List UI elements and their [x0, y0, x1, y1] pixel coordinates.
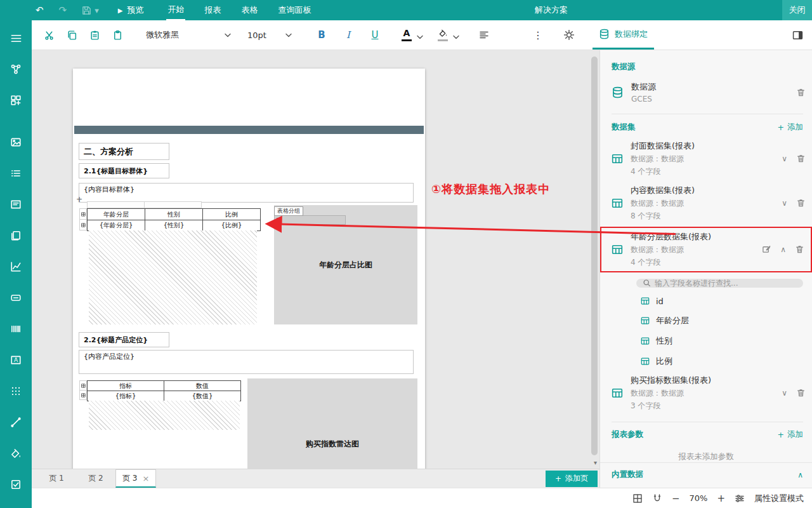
table-header-cell[interactable]: 指标 — [88, 381, 164, 391]
scroll-down-icon[interactable]: ▾ — [594, 459, 597, 466]
italic-button[interactable]: I — [335, 29, 362, 41]
dataset-item-content[interactable]: 内容数据集(报表) 数据源：数据源 8 个字段 ∨ — [600, 185, 812, 222]
field-item-gender[interactable]: 性别 — [600, 335, 812, 347]
paste-icon[interactable] — [85, 25, 104, 44]
table-data-cell[interactable]: {年龄分层} — [88, 220, 145, 231]
table-header-cell[interactable]: 年龄分层 — [88, 209, 145, 220]
cut-icon[interactable] — [39, 25, 58, 44]
field-item-id[interactable]: id — [600, 297, 812, 306]
underline-button[interactable]: U — [362, 29, 388, 41]
content2-cell[interactable]: {内容产品定位} — [79, 350, 414, 374]
image-icon[interactable] — [0, 131, 32, 154]
format-painter-icon[interactable] — [108, 25, 127, 44]
section-title-cell[interactable]: 二、方案分析 — [79, 143, 169, 160]
copy-icon[interactable] — [62, 25, 81, 44]
dataset-item-cover[interactable]: 封面数据集(报表) 数据源：数据源 4 个字段 ∨ — [600, 140, 812, 177]
row-handle-icon[interactable] — [79, 390, 87, 400]
subsection1-title-cell[interactable]: 2.1{标题目标群体} — [79, 163, 169, 178]
menu-icon[interactable] — [0, 27, 32, 50]
age-table[interactable]: 年龄分层 性别 比例 {年龄分层} {性别} {比例} — [87, 208, 261, 231]
indicator-table[interactable]: 指标 数值 {指标} {数值} — [87, 380, 241, 401]
list-icon[interactable] — [0, 162, 32, 185]
shape-fill-icon[interactable] — [0, 442, 32, 465]
chevron-down-icon[interactable]: ∨ — [782, 389, 787, 398]
column-handle[interactable] — [144, 201, 202, 208]
textbox-icon[interactable] — [0, 193, 32, 216]
preview-button[interactable]: ▶ 预览 — [118, 4, 144, 16]
add-parameter-button[interactable]: +添加 — [778, 429, 803, 440]
field-item-ratio[interactable]: 比例 — [600, 356, 812, 367]
chevron-up-icon[interactable]: ∧ — [797, 471, 803, 479]
add-page-button[interactable]: + 添加页 — [546, 471, 598, 487]
menu-tab-start[interactable]: 开始 — [166, 0, 185, 20]
font-size-select[interactable]: 10pt — [242, 25, 297, 44]
zoom-out-button[interactable]: − — [672, 493, 680, 504]
pages-icon[interactable] — [0, 224, 32, 247]
property-mode-icon[interactable] — [735, 493, 745, 504]
more-options-icon[interactable]: ⋮ — [532, 29, 544, 41]
edit-dataset-icon[interactable] — [762, 244, 771, 254]
delete-icon[interactable] — [796, 198, 806, 208]
font-color-button[interactable]: A — [398, 29, 415, 41]
page-tab-2[interactable]: 页 2 — [76, 469, 115, 488]
grid-toggle-icon[interactable] — [632, 493, 643, 504]
table-header-cell[interactable]: 数值 — [164, 381, 241, 391]
subsection2-title-cell[interactable]: 2.2{标题产品定位} — [79, 332, 169, 347]
table-add-icon[interactable]: + — [76, 195, 82, 204]
design-canvas[interactable]: 二、方案分析 2.1{标题目标群体} {内容目标群体} + — [32, 50, 599, 469]
page-tab-3[interactable]: 页 3 × — [115, 469, 156, 488]
delete-icon[interactable] — [796, 154, 806, 163]
data-binding-tab[interactable]: 数据绑定 — [593, 20, 654, 50]
builtin-data-section[interactable]: 内置数据 ∧ — [600, 462, 812, 488]
bold-button[interactable]: B — [308, 29, 335, 41]
row-handle-icon[interactable] — [79, 380, 87, 391]
field-item-age[interactable]: 年龄分层 — [600, 315, 812, 326]
chevron-up-icon[interactable]: ∧ — [780, 245, 786, 254]
chevron-down-icon[interactable]: ∨ — [782, 199, 787, 208]
save-dropdown-caret[interactable]: ▾ — [95, 6, 99, 15]
settings-gear-icon[interactable] — [560, 25, 579, 44]
table-header-cell[interactable]: 比例 — [203, 209, 261, 220]
label-icon[interactable]: A — [0, 349, 32, 371]
matrix-icon[interactable] — [0, 380, 32, 403]
barcode-icon[interactable] — [0, 318, 32, 340]
chart-icon[interactable] — [0, 255, 32, 278]
page-tab-1[interactable]: 页 1 — [37, 469, 76, 488]
dataset-item-purchase[interactable]: 购买指标数据集(报表) 数据源：数据源 3 个字段 ∨ — [600, 375, 812, 411]
vertical-scrollbar-thumb[interactable] — [591, 57, 598, 455]
report-page[interactable]: 二、方案分析 2.1{标题目标群体} {内容目标群体} + — [73, 69, 425, 469]
fill-color-caret[interactable] — [453, 35, 459, 39]
close-tab-icon[interactable]: × — [142, 474, 149, 483]
font-family-select[interactable]: 微软雅黑 — [141, 25, 236, 44]
chevron-down-icon[interactable]: ∨ — [782, 154, 787, 163]
menu-tab-table[interactable]: 表格 — [240, 0, 259, 20]
checkbox-icon[interactable] — [0, 473, 32, 496]
content1-cell[interactable]: {内容目标群体} — [79, 183, 414, 203]
table-data-cell[interactable]: {比例} — [203, 220, 261, 231]
table-header-cell[interactable]: 性别 — [145, 209, 203, 220]
radar-chart-placeholder[interactable]: 购买指数雷达图 — [247, 378, 417, 469]
close-button[interactable]: 关闭 — [782, 0, 812, 20]
field-search-box[interactable] — [636, 279, 803, 288]
nodes-icon[interactable] — [0, 58, 32, 81]
components-grid-icon[interactable] — [0, 89, 32, 112]
field-search-input[interactable] — [655, 279, 797, 288]
undo-icon[interactable]: ↶ — [36, 4, 44, 16]
save-button[interactable]: ▾ — [82, 6, 99, 15]
row-handle-icon[interactable] — [79, 219, 87, 231]
fill-color-button[interactable] — [435, 29, 451, 41]
line-icon[interactable] — [0, 411, 32, 434]
page-header-band[interactable] — [74, 126, 424, 134]
menu-tab-query-panel[interactable]: 查询面板 — [277, 0, 312, 20]
panel-toggle-icon[interactable] — [792, 30, 803, 41]
row-handle-icon[interactable] — [79, 208, 87, 220]
redo-icon[interactable]: ↷ — [59, 4, 67, 16]
table-data-cell[interactable]: {数值} — [164, 391, 241, 401]
datasource-item[interactable]: 数据源 GCES — [600, 81, 812, 104]
property-mode-label[interactable]: 属性设置模式 — [754, 493, 804, 504]
delete-icon[interactable] — [796, 388, 806, 398]
column-handle[interactable] — [87, 201, 145, 208]
font-color-caret[interactable] — [417, 35, 423, 39]
snap-magnet-icon[interactable] — [652, 493, 662, 504]
menu-tab-report[interactable]: 报表 — [203, 0, 222, 20]
